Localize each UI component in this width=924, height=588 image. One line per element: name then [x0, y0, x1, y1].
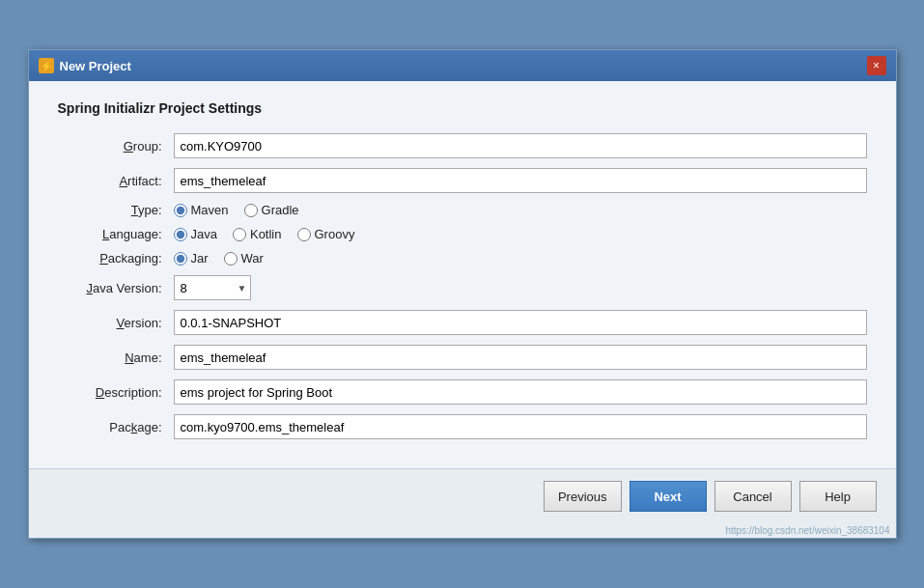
close-button[interactable]: ×: [867, 56, 886, 75]
java-version-row: Java Version: 8 11 17 ▼: [58, 275, 867, 300]
packaging-war-radio[interactable]: [224, 252, 238, 266]
type-gradle-option[interactable]: Gradle: [244, 203, 299, 217]
language-row: Language: Java Kotlin Groovy: [58, 227, 867, 241]
watermark: https://blog.csdn.net/weixin_38683104: [29, 523, 896, 538]
language-kotlin-option[interactable]: Kotlin: [233, 227, 282, 241]
packaging-label: Packaging:: [58, 251, 174, 266]
dialog-content: Spring Initializr Project Settings Group…: [29, 81, 896, 468]
language-groovy-label: Groovy: [315, 227, 355, 241]
dialog-title: New Project: [60, 59, 131, 73]
type-maven-radio[interactable]: [174, 204, 187, 217]
packaging-jar-label: Jar: [191, 251, 209, 266]
description-input[interactable]: [174, 379, 867, 405]
next-button[interactable]: Next: [630, 481, 707, 512]
title-bar: ⚡ New Project ×: [29, 50, 896, 81]
java-version-select[interactable]: 8 11 17: [174, 275, 251, 300]
package-row: Package:: [58, 414, 867, 439]
type-label: Type:: [58, 203, 174, 217]
language-radio-group: Java Kotlin Groovy: [174, 227, 355, 241]
version-label: Version:: [58, 316, 174, 330]
language-label: Language:: [58, 227, 174, 241]
package-label: Package:: [58, 420, 174, 434]
type-maven-option[interactable]: Maven: [174, 203, 229, 217]
artifact-row: Artifact:: [58, 168, 867, 193]
section-title: Spring Initializr Project Settings: [58, 100, 867, 116]
packaging-radio-group: Jar War: [174, 251, 264, 266]
artifact-input[interactable]: [174, 168, 867, 193]
title-bar-left: ⚡ New Project: [39, 58, 131, 73]
app-icon: ⚡: [39, 58, 54, 73]
artifact-label: Artifact:: [58, 174, 174, 188]
name-label: Name:: [58, 350, 174, 365]
language-kotlin-label: Kotlin: [250, 227, 282, 241]
type-gradle-radio[interactable]: [244, 204, 258, 217]
java-version-select-wrapper: 8 11 17 ▼: [174, 275, 251, 300]
type-gradle-label: Gradle: [262, 203, 299, 217]
language-kotlin-radio[interactable]: [233, 228, 246, 241]
help-button[interactable]: Help: [799, 481, 877, 512]
language-groovy-radio[interactable]: [297, 228, 311, 241]
language-java-option[interactable]: Java: [174, 227, 217, 241]
group-input[interactable]: [174, 133, 867, 158]
packaging-war-label: War: [241, 251, 264, 266]
packaging-jar-option[interactable]: Jar: [174, 251, 209, 266]
packaging-jar-radio[interactable]: [174, 252, 187, 266]
version-input[interactable]: [174, 310, 867, 335]
language-groovy-option[interactable]: Groovy: [297, 227, 355, 241]
group-row: Group:: [58, 133, 867, 158]
dialog-footer: Previous Next Cancel Help: [29, 468, 896, 523]
previous-button[interactable]: Previous: [544, 481, 622, 512]
description-label: Description:: [58, 385, 174, 400]
type-row: Type: Maven Gradle: [58, 203, 867, 217]
type-radio-group: Maven Gradle: [174, 203, 299, 217]
description-row: Description:: [58, 379, 867, 405]
packaging-war-option[interactable]: War: [224, 251, 264, 266]
name-row: Name:: [58, 345, 867, 370]
packaging-row: Packaging: Jar War: [58, 251, 867, 266]
java-version-label: Java Version:: [58, 281, 174, 295]
type-maven-label: Maven: [191, 203, 229, 217]
group-label: Group:: [58, 139, 174, 154]
language-java-radio[interactable]: [174, 228, 187, 241]
version-row: Version:: [58, 310, 867, 335]
name-input[interactable]: [174, 345, 867, 370]
package-input[interactable]: [174, 414, 867, 439]
new-project-dialog: ⚡ New Project × Spring Initializr Projec…: [28, 49, 897, 539]
language-java-label: Java: [191, 227, 217, 241]
cancel-button[interactable]: Cancel: [714, 481, 792, 512]
